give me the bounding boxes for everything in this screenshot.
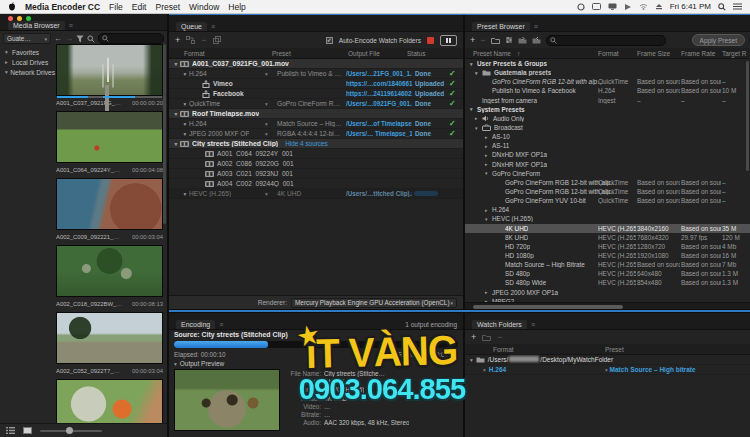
stop-queue-button[interactable] (427, 37, 434, 44)
output-preview-toggle[interactable]: Output Preview (174, 360, 224, 367)
clip-thumbnail[interactable] (56, 178, 163, 230)
menu-item[interactable]: Window (189, 2, 219, 12)
duplicate-icon[interactable] (213, 36, 221, 44)
apple-menu-icon[interactable] (8, 2, 16, 11)
row-preset[interactable]: RGBA 4:4:4:4 12-bit (BC… (277, 130, 342, 137)
preset-row[interactable]: JPEG 2000 MXF OP1a (465, 288, 750, 297)
add-output-icon[interactable] (186, 36, 195, 44)
media-clip[interactable] (56, 379, 163, 423)
thumbnail-view-icon[interactable] (23, 427, 32, 434)
preset-row[interactable]: HD 720p HEVC (H.265) 1280x720 Based on s… (465, 242, 750, 251)
row-preset[interactable]: Match Source – High bitr… (277, 120, 342, 127)
close-button[interactable] (8, 16, 13, 21)
row-format[interactable]: JPEG 2000 MXF OP1a (189, 130, 249, 137)
tab-preset-browser[interactable]: Preset Browser (472, 22, 530, 31)
filter-icon[interactable] (76, 35, 84, 43)
row-format[interactable]: QuickTime (189, 100, 220, 107)
row-format[interactable]: H.264 (189, 70, 207, 77)
app-menu-title[interactable]: Media Encoder CC (25, 2, 100, 12)
drive-dropdown[interactable]: Guate…▾ (3, 33, 51, 44)
row-preset[interactable]: 4K UHD (277, 190, 342, 197)
col-format[interactable]: Format (493, 346, 514, 353)
forward-arrow-button[interactable]: → (65, 35, 73, 43)
queue-row[interactable]: H.264 ▾ Match Source – High bitr… /Users… (169, 119, 463, 129)
panel-menu-icon[interactable]: ≡ (69, 22, 73, 29)
clip-thumbnail[interactable] (56, 312, 163, 364)
preset-vertical-scrollbar[interactable] (746, 61, 749, 171)
tab-encoding[interactable]: Encoding (176, 320, 215, 329)
sync-icon[interactable] (577, 3, 585, 11)
queue-row[interactable]: H.264 ▾ Publish to Vimeo & Face… /Users/… (169, 69, 463, 79)
display-icon[interactable] (608, 3, 617, 10)
preset-row[interactable]: HEVC (H.265) (465, 214, 750, 223)
panel-menu-icon[interactable]: ≡ (211, 23, 215, 30)
preset-row[interactable]: H.264 (465, 205, 750, 214)
sort-ascending-icon[interactable]: ↑ (517, 50, 520, 57)
tab-media-browser[interactable]: Media Browser (8, 21, 65, 30)
queue-row[interactable]: A004_C002_09244Q_001 ▾ ✓ (169, 179, 463, 189)
thumbnail-size-slider[interactable] (40, 430, 102, 432)
row-output-file[interactable]: /Users/…of Timelapse.mp4 (346, 120, 412, 127)
pause-queue-button[interactable] (440, 35, 457, 46)
preset-dropdown-icon[interactable]: ▾ (265, 191, 268, 197)
preset-row[interactable]: 4K UHD HEVC (H.265) 3840x2160 Based on s… (465, 224, 750, 233)
menu-list-icon[interactable] (733, 3, 742, 10)
back-arrow-button[interactable]: ← (54, 35, 62, 43)
clip-thumbnail[interactable] (56, 44, 163, 96)
clip-thumbnail[interactable] (56, 111, 163, 163)
col-frame-rate[interactable]: Frame Rate (681, 50, 715, 57)
queue-row[interactable]: A002_C086_09220G_001 ▾ ✓ (169, 159, 463, 169)
preset-row[interactable]: User Presets & Groups (465, 59, 750, 68)
col-preset[interactable]: Preset (272, 50, 291, 57)
preset-row[interactable]: Broadcast (465, 123, 750, 132)
row-output-file[interactable]: https://…24119614602283 (346, 90, 412, 97)
row-output-file[interactable]: /Users/…21FG_001_1.mp4 (346, 70, 412, 77)
preset-row[interactable]: GoPro CineForm RGB 12-bit with alpha… Qu… (465, 187, 750, 196)
zoom-icon[interactable] (87, 35, 95, 43)
remove-preset-button[interactable]: − (480, 36, 485, 45)
eject-icon[interactable] (655, 3, 663, 10)
remove-watch-folder-button[interactable]: − (497, 333, 502, 342)
preset-row[interactable]: DNxHD MXF OP1a (465, 150, 750, 159)
queue-row[interactable]: QuickTime ▾ GoPro CineForm RGB 12… /User… (169, 99, 463, 109)
watch-folder-format[interactable]: H.264 (489, 366, 506, 373)
watch-folder-preset-row[interactable]: ▾ H.264 ▾ Match Source – High bitrate (465, 365, 750, 375)
preset-row[interactable]: Audio Only (465, 114, 750, 123)
queue-row[interactable]: JPEG 2000 MXF OP1a ▾ RGBA 4:4:4:4 12-bit… (169, 129, 463, 139)
remove-button[interactable]: − (201, 36, 206, 45)
row-output-file[interactable]: /Users/…0921FG_001.mov (346, 100, 412, 107)
tab-queue[interactable]: Queue (176, 22, 207, 31)
col-format[interactable]: Format (184, 50, 205, 57)
col-output-file[interactable]: Output File (348, 50, 380, 57)
clip-thumbnail[interactable] (56, 245, 163, 297)
preset-row[interactable]: SD 480p Wide HEVC (H.265) 854x480 Based … (465, 278, 750, 287)
hide-sources-link[interactable]: Hide 4 sources (285, 140, 328, 147)
preset-horizontal-scrollbar[interactable] (465, 302, 750, 309)
scrollbar-thumb[interactable] (473, 305, 623, 309)
renderer-dropdown[interactable]: Mercury Playback Engine GPU Acceleration… (291, 298, 457, 308)
tab-watch-folders[interactable]: Watch Folders (472, 320, 527, 329)
queue-row[interactable]: Roof Timelapse.mov ▾ ✓ (169, 109, 463, 119)
airplay-icon[interactable] (624, 3, 632, 11)
preset-row[interactable]: DNxHR MXF OP1a (465, 160, 750, 169)
list-view-icon[interactable] (6, 427, 15, 434)
menu-item[interactable]: Edit (132, 2, 147, 12)
col-preset[interactable]: Preset (605, 346, 624, 353)
tree-item[interactable]: Favorites (0, 47, 55, 57)
window-icon[interactable] (592, 3, 601, 10)
preset-dropdown-icon[interactable]: ▾ (265, 101, 268, 107)
queue-row[interactable]: Facebook ▾ https://…24119614602283 Uploa… (169, 89, 463, 99)
preset-row[interactable]: Match Source – High Bitrate HEVC (H.265)… (465, 260, 750, 269)
panel-menu-icon[interactable]: ≡ (219, 321, 223, 328)
add-preset-button[interactable]: + (470, 36, 475, 45)
row-output-file[interactable]: https://…com/184066142 (346, 80, 412, 87)
preset-settings-icon[interactable] (505, 36, 513, 44)
panel-menu-icon[interactable]: ≡ (531, 321, 535, 328)
menu-clock[interactable]: Fri 6:41 PM (670, 2, 711, 11)
zoom-button[interactable] (26, 16, 31, 21)
row-format[interactable]: Vimeo (213, 80, 233, 87)
media-clip[interactable]: A001_C064_09224Y_… 00:00:04:08 (56, 111, 163, 174)
preset-row[interactable]: GoPro CineForm RGB 12-bit with alpha Qui… (465, 178, 750, 187)
queue-row[interactable]: City streets (Stitched Clip) Hide 4 sour… (169, 139, 463, 149)
preset-row[interactable]: GoPro CineForm RGB 12-bit with alpha (Al… (465, 77, 750, 86)
